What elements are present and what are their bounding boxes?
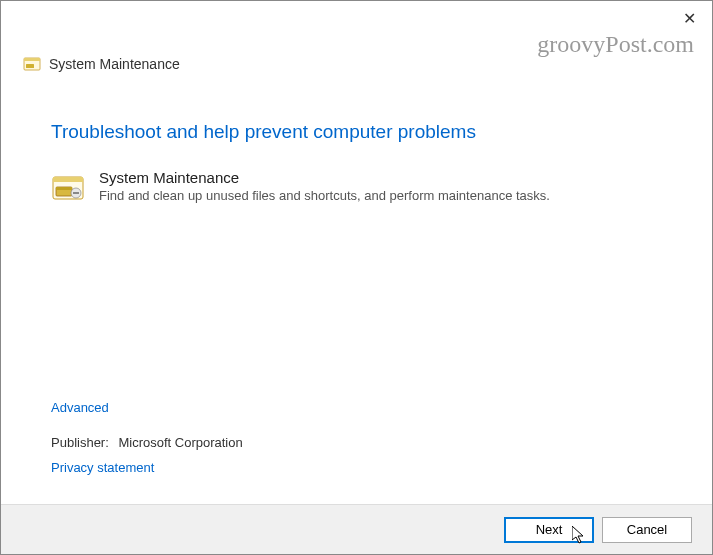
content-area: Troubleshoot and help prevent computer p… [1, 73, 712, 205]
button-bar: Next Cancel [1, 504, 712, 554]
next-button[interactable]: Next [504, 517, 594, 543]
svg-rect-6 [56, 187, 72, 190]
publisher-info: Publisher: Microsoft Corporation [51, 435, 243, 450]
publisher-name: Microsoft Corporation [118, 435, 242, 450]
svg-rect-4 [53, 177, 83, 182]
troubleshooter-description: Find and clean up unused files and short… [99, 188, 550, 203]
close-icon: ✕ [683, 10, 696, 27]
wizard-header: System Maintenance [1, 37, 712, 73]
svg-rect-2 [26, 64, 34, 68]
cancel-button[interactable]: Cancel [602, 517, 692, 543]
privacy-link[interactable]: Privacy statement [51, 460, 154, 475]
titlebar: ✕ [1, 1, 712, 37]
troubleshooter-text: System Maintenance Find and clean up unu… [99, 169, 550, 203]
publisher-label: Publisher: [51, 435, 109, 450]
wizard-title: System Maintenance [49, 56, 180, 72]
troubleshooter-title: System Maintenance [99, 169, 550, 186]
main-heading: Troubleshoot and help prevent computer p… [51, 121, 662, 143]
svg-rect-8 [73, 192, 79, 194]
lower-links: Advanced Publisher: Microsoft Corporatio… [51, 398, 243, 476]
close-button[interactable]: ✕ [677, 7, 702, 30]
troubleshooter-item: System Maintenance Find and clean up unu… [51, 169, 662, 205]
advanced-link[interactable]: Advanced [51, 400, 109, 415]
system-maintenance-icon [51, 171, 85, 205]
system-maintenance-small-icon [23, 55, 41, 73]
svg-rect-1 [24, 58, 40, 61]
